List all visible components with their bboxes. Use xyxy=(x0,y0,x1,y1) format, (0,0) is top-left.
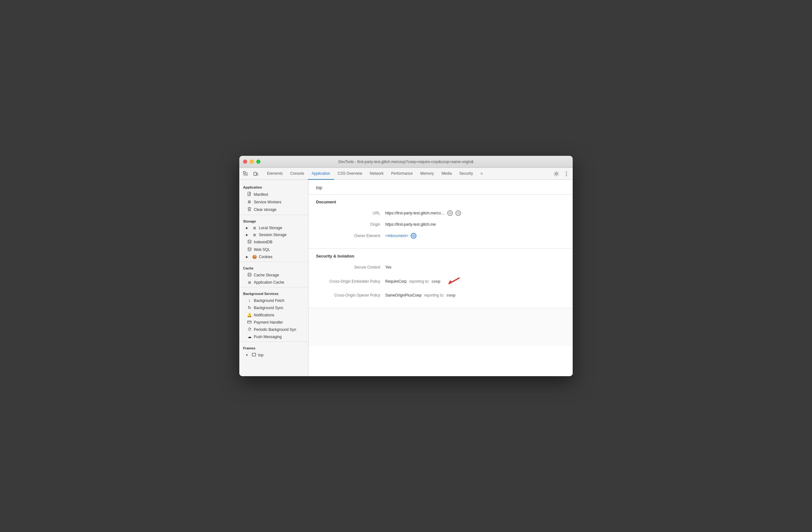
red-arrow-annotation xyxy=(444,275,460,288)
sidebar-item-bg-sync[interactable]: ↻ Background Sync xyxy=(239,304,308,311)
window-title: DevTools - first-party-test.glitch.me/co… xyxy=(338,159,474,164)
maximize-button[interactable] xyxy=(256,159,260,164)
tab-network[interactable]: Network xyxy=(366,168,388,180)
content-header: top xyxy=(308,180,573,195)
coop-value: SameOriginPlusCoep reporting to: coop xyxy=(385,293,455,297)
coep-field-row: Cross-Origin Embedder Policy RequireCorp… xyxy=(316,275,565,288)
minimize-button[interactable] xyxy=(250,159,254,164)
tab-css-overview[interactable]: CSS Overview xyxy=(334,168,366,180)
document-section: Document URL https://first-party-test.gl… xyxy=(308,195,573,249)
expand-arrow-icon: ▶ xyxy=(244,233,249,236)
sidebar-item-local-storage[interactable]: ▶ ⊞ Local Storage xyxy=(239,224,308,232)
sidebar-item-payment-handler[interactable]: Payment Handler xyxy=(239,319,308,326)
titlebar: DevTools - first-party-test.glitch.me/co… xyxy=(239,156,573,168)
url-reload-icon[interactable] xyxy=(455,210,461,216)
tab-security[interactable]: Security xyxy=(456,168,477,180)
svg-rect-0 xyxy=(243,171,245,173)
tab-application[interactable]: Application xyxy=(308,168,334,180)
empty-content-area xyxy=(308,308,573,346)
svg-point-15 xyxy=(457,212,460,214)
expand-arrow-icon: ▶ xyxy=(244,255,249,258)
sidebar-item-indexeddb[interactable]: IndexedDB xyxy=(239,238,308,246)
tabbar: Elements Console Application CSS Overvie… xyxy=(239,168,573,180)
tab-media[interactable]: Media xyxy=(438,168,456,180)
svg-point-6 xyxy=(566,175,567,176)
svg-point-3 xyxy=(555,173,557,175)
coep-value: RequireCorp reporting to: coep xyxy=(385,275,460,288)
page-title: top xyxy=(316,185,322,190)
coep-label: Cross-Origin Embedder Policy xyxy=(316,279,385,284)
cache-db-icon xyxy=(247,272,252,278)
tab-elements[interactable]: Elements xyxy=(263,168,287,180)
payment-icon xyxy=(247,320,252,324)
tabbar-right xyxy=(553,170,570,178)
tab-memory[interactable]: Memory xyxy=(417,168,438,180)
owner-element-field-row: Owner Element <#document> xyxy=(316,232,565,240)
sidebar-item-push-messaging[interactable]: ☁ Push Messaging xyxy=(239,333,308,340)
url-field-row: URL https://first-party-test.glitch.me/c… xyxy=(316,209,565,217)
security-section-title: Security & Isolation xyxy=(316,254,565,258)
sidebar-item-session-storage[interactable]: ▶ ⊞ Session Storage xyxy=(239,232,308,238)
document-link[interactable]: <#document> xyxy=(385,234,408,238)
svg-point-8 xyxy=(248,240,251,241)
sidebar-item-clear-storage[interactable]: Clear storage xyxy=(239,206,308,213)
file-icon xyxy=(247,192,252,197)
expand-arrow-icon: ▶ xyxy=(244,226,249,229)
sidebar-section-storage: Storage xyxy=(239,216,308,224)
url-inspect-icon[interactable] xyxy=(447,210,453,216)
frame-arrow-icon: ▼ xyxy=(244,353,249,357)
settings-icon[interactable] xyxy=(553,170,560,178)
tab-console[interactable]: Console xyxy=(287,168,308,180)
sidebar-item-cookies[interactable]: ▶ 🍪 Cookies xyxy=(239,253,308,260)
secure-context-field-row: Secure Context Yes xyxy=(316,264,565,271)
main-area: Application Manifest ⚙ Service Workers xyxy=(239,180,573,376)
svg-point-14 xyxy=(449,213,450,214)
origin-label: Origin xyxy=(316,222,385,227)
db-icon xyxy=(247,240,252,244)
coop-field-row: Cross-Origin Opener Policy SameOriginPlu… xyxy=(316,292,565,299)
grid-icon: ⊞ xyxy=(252,226,257,230)
secure-context-label: Secure Context xyxy=(316,265,385,269)
trash-icon xyxy=(247,207,252,212)
sidebar-item-web-sql[interactable]: Web SQL xyxy=(239,246,308,253)
bg-sync-icon: ↻ xyxy=(247,305,252,310)
origin-field-row: Origin https://first-party-test.glitch.m… xyxy=(316,221,565,228)
tab-icons xyxy=(242,170,259,178)
sidebar-section-cache: Cache xyxy=(239,263,308,271)
sidebar-section-bg-services: Background Services xyxy=(239,289,308,297)
owner-element-label: Owner Element xyxy=(316,234,385,238)
sidebar-item-app-cache[interactable]: ⊞ Application Cache xyxy=(239,279,308,286)
tab-more[interactable]: » xyxy=(477,168,487,180)
security-section: Security & Isolation Secure Context Yes … xyxy=(308,249,573,308)
sidebar-section-application: Application xyxy=(239,182,308,191)
svg-rect-11 xyxy=(247,321,251,323)
sidebar-item-top-frame[interactable]: ▼ top xyxy=(239,351,308,359)
clock-icon: ⏱ xyxy=(247,327,252,332)
close-button[interactable] xyxy=(243,159,247,164)
sidebar-item-service-workers[interactable]: ⚙ Service Workers xyxy=(239,198,308,206)
owner-element-icon[interactable] xyxy=(411,233,416,239)
owner-element-value: <#document> xyxy=(385,233,416,239)
coop-label: Cross-Origin Opener Policy xyxy=(316,293,385,297)
sidebar-section-frames: Frames xyxy=(239,343,308,351)
app-cache-icon: ⊞ xyxy=(247,280,252,284)
sidebar-item-manifest[interactable]: Manifest xyxy=(239,191,308,198)
sidebar-item-periodic-bg-sync[interactable]: ⏱ Periodic Background Syn xyxy=(239,326,308,333)
sidebar-item-cache-storage[interactable]: Cache Storage xyxy=(239,271,308,279)
svg-point-5 xyxy=(566,173,567,174)
document-section-title: Document xyxy=(316,199,565,204)
svg-rect-12 xyxy=(252,353,256,356)
sidebar-item-bg-fetch[interactable]: ↕ Background Fetch xyxy=(239,297,308,304)
gear-icon: ⚙ xyxy=(247,199,252,204)
device-toggle-icon[interactable] xyxy=(252,170,259,178)
more-options-icon[interactable] xyxy=(563,170,570,178)
svg-point-9 xyxy=(248,248,251,249)
tab-performance[interactable]: Performance xyxy=(388,168,417,180)
notifications-icon: 🔔 xyxy=(247,312,252,317)
svg-point-4 xyxy=(566,171,567,172)
sidebar-item-notifications[interactable]: 🔔 Notifications xyxy=(239,311,308,319)
cookie-icon: 🍪 xyxy=(252,255,257,259)
inspect-icon[interactable] xyxy=(242,170,249,178)
grid-icon: ⊞ xyxy=(252,233,257,237)
svg-rect-1 xyxy=(254,172,256,175)
